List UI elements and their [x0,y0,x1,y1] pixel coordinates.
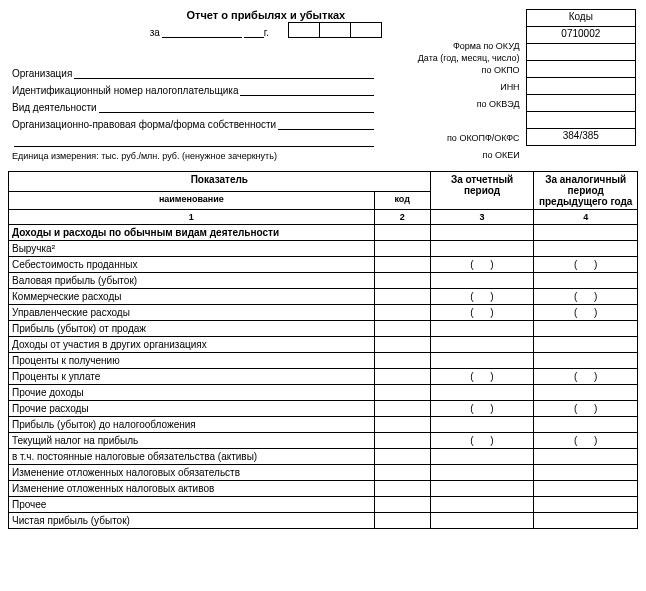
form-title: Отчет о прибылях и убытках [10,9,522,21]
table-row: Доходы от участия в других организациях [9,337,638,353]
row-value-previous[interactable] [534,481,638,497]
row-value-current[interactable]: ( ) [430,289,534,305]
activity-label: Вид деятельности [12,102,97,113]
row-value-previous[interactable]: ( ) [534,305,638,321]
row-code[interactable] [374,241,430,257]
row-value-current[interactable] [430,417,534,433]
row-name: Коммерческие расходы [9,289,375,305]
row-value-current[interactable] [430,321,534,337]
table-row: в т.ч. постоянные налоговые обязательств… [9,449,638,465]
row-name: Проценты к уплате [9,369,375,385]
year-line[interactable] [244,37,264,38]
row-value-current[interactable] [430,481,534,497]
date-box-1[interactable] [288,22,320,38]
row-value-previous[interactable] [534,337,638,353]
okei-code: 384/385 [526,129,635,146]
row-code[interactable] [374,513,430,529]
legal-input[interactable] [278,117,374,130]
legal-label: Организационно-правовая форма/форма собс… [12,119,276,130]
row-value-previous[interactable]: ( ) [534,433,638,449]
row-name: Прибыль (убыток) до налогообложения [9,417,375,433]
okved-code-cell[interactable] [526,95,635,112]
row-value-current[interactable] [430,449,534,465]
inn-code-label: ИНН [378,81,521,98]
row-value-current[interactable]: ( ) [430,369,534,385]
row-code[interactable] [374,273,430,289]
row-value-previous[interactable] [534,385,638,401]
row-value-previous[interactable]: ( ) [534,289,638,305]
hnum-1: 1 [9,210,375,225]
row-code[interactable] [374,401,430,417]
date-prefix: за [150,27,160,38]
row-value-current[interactable] [430,241,534,257]
row-code[interactable] [374,449,430,465]
row-value-previous[interactable]: ( ) [534,369,638,385]
legal-input-2[interactable] [14,134,374,147]
row-code[interactable] [374,321,430,337]
row-value-previous[interactable] [534,449,638,465]
activity-input[interactable] [99,100,375,113]
okpo-code-cell[interactable] [526,61,635,78]
row-code[interactable] [374,481,430,497]
col-subheader-name: наименование [9,191,375,209]
row-value-previous[interactable]: ( ) [534,401,638,417]
row-code[interactable] [374,289,430,305]
row-code[interactable] [374,225,430,241]
row-code[interactable] [374,497,430,513]
date-box-2[interactable] [319,22,351,38]
row-value-current[interactable]: ( ) [430,305,534,321]
row-value-previous[interactable]: ( ) [534,257,638,273]
row-value-previous[interactable] [534,321,638,337]
org-input[interactable] [74,66,374,79]
row-name: Прибыль (убыток) от продаж [9,321,375,337]
row-value-previous[interactable] [534,417,638,433]
okpo-label: по ОКПО [378,64,521,81]
row-code[interactable] [374,337,430,353]
row-value-current[interactable] [430,273,534,289]
row-value-previous[interactable] [534,353,638,369]
unit-label: Единица измерения: тыс. руб./млн. руб. (… [12,151,277,161]
okopf-code-cell[interactable] [526,112,635,129]
row-value-previous[interactable] [534,497,638,513]
table-row: Изменение отложенных налоговых обязатель… [9,465,638,481]
table-row: Управленческие расходы( )( ) [9,305,638,321]
row-name: Прочие доходы [9,385,375,401]
row-value-previous[interactable] [534,225,638,241]
table-row: Коммерческие расходы( )( ) [9,289,638,305]
row-code[interactable] [374,305,430,321]
row-value-current[interactable]: ( ) [430,401,534,417]
row-name: Доходы и расходы по обычным видам деятел… [9,225,375,241]
row-value-current[interactable] [430,497,534,513]
row-code[interactable] [374,385,430,401]
row-value-current[interactable] [430,353,534,369]
row-value-previous[interactable] [534,273,638,289]
row-value-current[interactable] [430,513,534,529]
table-row: Прочее [9,497,638,513]
row-value-current[interactable] [430,337,534,353]
inn-code-cell[interactable] [526,78,635,95]
row-name: Доходы от участия в других организациях [9,337,375,353]
row-name: Прочее [9,497,375,513]
okopf-label: по ОКОПФ/ОКФС [378,132,521,149]
row-code[interactable] [374,433,430,449]
row-code[interactable] [374,257,430,273]
period-line[interactable] [162,25,242,38]
row-code[interactable] [374,465,430,481]
row-value-current[interactable] [430,385,534,401]
row-code[interactable] [374,353,430,369]
row-value-current[interactable] [430,225,534,241]
row-name: Проценты к получению [9,353,375,369]
row-value-previous[interactable] [534,241,638,257]
row-value-current[interactable]: ( ) [430,433,534,449]
row-value-current[interactable]: ( ) [430,257,534,273]
row-code[interactable] [374,369,430,385]
date-box-3[interactable] [350,22,382,38]
col-header-period1: За отчетный период [430,172,534,210]
inn-input[interactable] [240,83,374,96]
row-name: Выручка² [9,241,375,257]
row-value-previous[interactable] [534,465,638,481]
date-code-cell[interactable] [526,44,635,61]
row-code[interactable] [374,417,430,433]
row-value-current[interactable] [430,465,534,481]
row-value-previous[interactable] [534,513,638,529]
